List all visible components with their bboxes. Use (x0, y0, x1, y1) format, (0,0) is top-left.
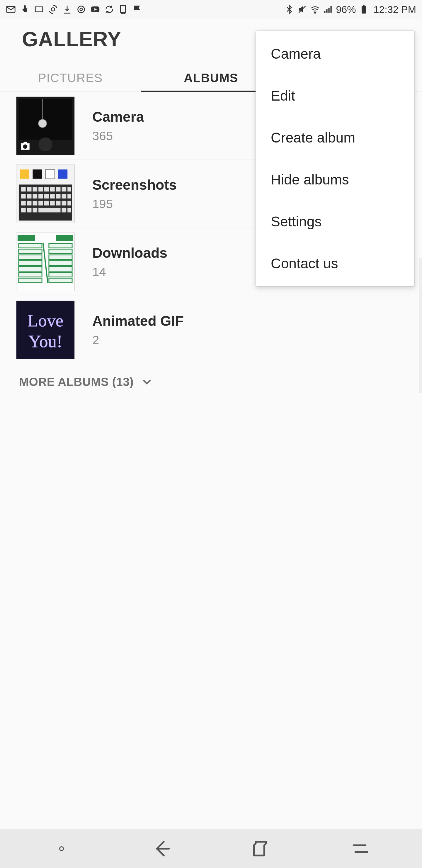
svg-rect-18 (33, 169, 42, 179)
svg-rect-29 (62, 187, 66, 191)
target-icon (76, 4, 86, 14)
svg-rect-62 (19, 255, 42, 259)
flag-check-icon (132, 4, 142, 14)
album-count: 365 (92, 129, 144, 143)
touch-icon (20, 4, 30, 14)
svg-rect-22 (21, 187, 26, 191)
svg-rect-52 (38, 208, 60, 213)
svg-rect-1 (35, 7, 43, 12)
svg-rect-43 (38, 201, 43, 206)
svg-rect-45 (50, 201, 55, 206)
svg-point-12 (38, 137, 53, 152)
svg-rect-40 (21, 201, 26, 206)
album-name: Downloads (92, 245, 167, 261)
nav-dot-button[interactable] (50, 837, 73, 860)
overflow-menu: Camera Edit Create album Hide albums Set… (256, 31, 415, 287)
album-name: Camera (92, 109, 144, 125)
home-button[interactable] (249, 837, 272, 860)
svg-rect-39 (67, 194, 71, 198)
svg-rect-41 (27, 201, 32, 206)
back-button[interactable] (150, 837, 173, 860)
svg-rect-32 (27, 194, 32, 198)
doc-x-icon (119, 4, 128, 14)
svg-rect-67 (49, 267, 72, 271)
svg-rect-53 (62, 208, 66, 213)
svg-text:Love: Love (28, 311, 63, 330)
svg-rect-69 (49, 272, 72, 277)
svg-rect-71 (49, 278, 72, 283)
svg-rect-28 (56, 187, 61, 191)
svg-rect-47 (62, 201, 66, 206)
menu-item-contact-us[interactable]: Contact us (256, 243, 414, 284)
clock: 12:32 PM (374, 4, 416, 15)
recents-button[interactable] (349, 837, 372, 860)
youtube-icon (90, 4, 100, 14)
status-right-icons: 96% 12:32 PM (284, 4, 416, 15)
card-icon (34, 4, 44, 14)
status-left-icons (6, 4, 142, 14)
more-albums-label: MORE ALBUMS (13) (19, 375, 134, 389)
svg-rect-19 (45, 169, 55, 179)
more-albums-toggle[interactable]: MORE ALBUMS (13) (16, 364, 410, 389)
svg-rect-23 (27, 187, 32, 191)
svg-rect-13 (42, 99, 43, 122)
svg-rect-9 (363, 5, 365, 6)
sync-icon (48, 4, 58, 14)
menu-item-camera[interactable]: Camera (256, 33, 414, 75)
battery-percent: 96% (336, 4, 356, 15)
svg-rect-35 (44, 194, 49, 198)
album-meta: Animated GIF 2 (92, 313, 184, 347)
mute-icon (297, 4, 307, 14)
svg-rect-57 (56, 235, 73, 241)
svg-text:You!: You! (28, 332, 62, 351)
svg-rect-50 (27, 208, 32, 213)
system-nav-bar (0, 829, 422, 868)
menu-item-create-album[interactable]: Create album (256, 117, 414, 159)
svg-rect-65 (49, 261, 72, 266)
signal-icon (323, 4, 333, 14)
svg-rect-20 (58, 169, 68, 179)
svg-rect-46 (56, 201, 61, 206)
svg-point-7 (315, 12, 316, 13)
album-name: Screenshots (92, 177, 177, 193)
svg-rect-31 (21, 194, 26, 198)
album-thumb (16, 96, 75, 155)
svg-rect-24 (33, 187, 37, 191)
svg-rect-49 (21, 208, 26, 213)
album-meta: Camera 365 (92, 109, 144, 143)
svg-rect-33 (33, 194, 37, 198)
album-row-animated-gif[interactable]: Love You! Animated GIF 2 (16, 296, 410, 364)
album-count: 14 (92, 265, 167, 279)
camera-badge-icon (19, 140, 32, 153)
svg-rect-6 (121, 6, 125, 12)
album-count: 2 (92, 333, 184, 347)
svg-rect-68 (19, 272, 42, 277)
menu-item-settings[interactable]: Settings (256, 200, 414, 243)
svg-rect-44 (44, 201, 49, 206)
svg-rect-54 (67, 208, 71, 213)
svg-rect-26 (44, 187, 49, 191)
battery-icon (359, 4, 369, 14)
album-thumb (16, 232, 75, 291)
menu-item-hide-albums[interactable]: Hide albums (256, 159, 414, 200)
svg-rect-63 (49, 255, 72, 259)
svg-rect-11 (19, 99, 72, 140)
chevron-down-icon (141, 376, 153, 388)
album-thumb (16, 164, 75, 223)
tab-pictures[interactable]: PICTURES (0, 63, 141, 92)
svg-point-2 (51, 8, 55, 11)
svg-rect-38 (62, 194, 66, 198)
svg-rect-34 (38, 194, 43, 198)
svg-rect-66 (19, 267, 42, 271)
menu-item-edit[interactable]: Edit (256, 75, 414, 117)
refresh-icon (104, 4, 114, 14)
svg-rect-8 (362, 6, 366, 13)
album-thumb: Love You! (16, 301, 75, 359)
svg-rect-30 (67, 187, 71, 191)
wifi-icon (310, 4, 320, 14)
svg-rect-59 (49, 243, 72, 248)
svg-rect-25 (38, 187, 43, 191)
svg-rect-48 (67, 201, 71, 206)
svg-rect-58 (19, 243, 42, 248)
svg-rect-42 (33, 201, 37, 206)
